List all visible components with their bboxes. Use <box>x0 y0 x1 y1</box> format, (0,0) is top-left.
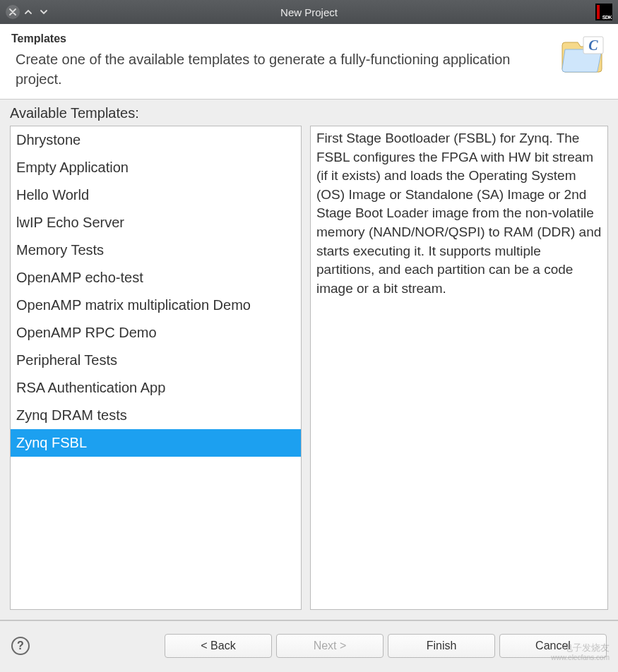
window-title: New Project <box>0 6 618 18</box>
template-item[interactable]: RSA Authentication App <box>11 374 301 402</box>
content-area: Available Templates: DhrystoneEmpty Appl… <box>0 100 618 620</box>
dialog-body: Templates Create one of the available te… <box>0 24 618 672</box>
c-project-folder-icon: C <box>557 32 607 78</box>
close-icon[interactable] <box>6 5 20 19</box>
template-item[interactable]: Zynq DRAM tests <box>11 402 301 429</box>
template-item[interactable]: lwIP Echo Server <box>11 209 301 236</box>
cancel-button[interactable]: Cancel <box>499 634 607 658</box>
help-icon[interactable]: ? <box>11 637 30 655</box>
back-button[interactable]: < Back <box>165 634 272 658</box>
template-item[interactable]: Dhrystone <box>11 126 301 154</box>
chevron-up-icon[interactable] <box>21 5 35 19</box>
wizard-buttons: < Back Next > Finish Cancel <box>165 634 607 658</box>
template-item[interactable]: Zynq FSBL <box>11 429 301 457</box>
sdk-app-icon <box>595 4 612 20</box>
template-item[interactable]: Hello World <box>11 181 301 209</box>
finish-button[interactable]: Finish <box>388 634 495 658</box>
next-button: Next > <box>276 634 384 658</box>
footer: ? < Back Next > Finish Cancel <box>0 621 618 672</box>
window-controls <box>6 5 51 19</box>
template-description: First Stage Bootloader (FSBL) for Zynq. … <box>310 126 608 610</box>
page-description: Create one of the available templates to… <box>11 49 549 89</box>
templates-list-label: Available Templates: <box>10 105 608 121</box>
header-panel: Templates Create one of the available te… <box>0 24 618 100</box>
template-item[interactable]: Empty Application <box>11 154 301 181</box>
template-item[interactable]: OpenAMP RPC Demo <box>11 319 301 347</box>
titlebar: New Project <box>0 0 618 24</box>
svg-text:C: C <box>588 37 598 53</box>
page-title: Templates <box>11 32 549 45</box>
template-item[interactable]: OpenAMP echo-test <box>11 264 301 292</box>
template-item[interactable]: Memory Tests <box>11 236 301 264</box>
template-item[interactable]: OpenAMP matrix multiplication Demo <box>11 292 301 319</box>
template-item[interactable]: Peripheral Tests <box>11 347 301 374</box>
chevron-down-icon[interactable] <box>37 5 51 19</box>
templates-list[interactable]: DhrystoneEmpty ApplicationHello WorldlwI… <box>10 126 302 610</box>
